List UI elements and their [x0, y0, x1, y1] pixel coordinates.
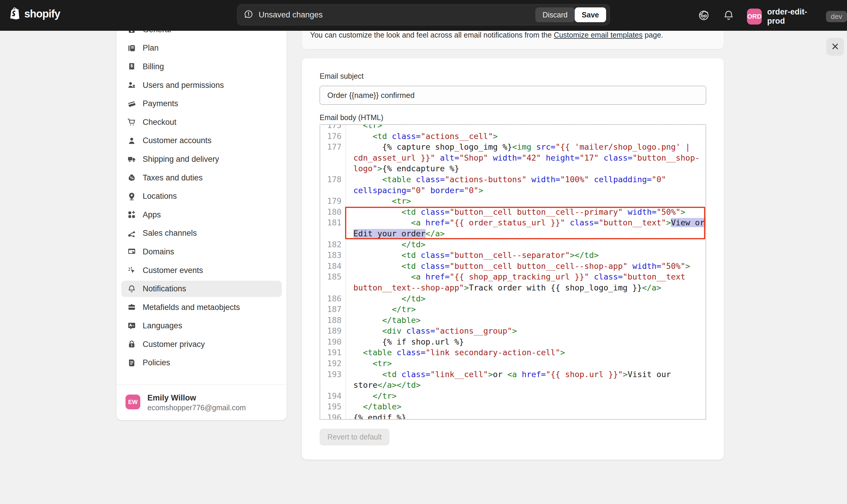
- line-number: 183: [320, 250, 341, 261]
- code-text: <table class="link secondary-action-cell…: [341, 347, 565, 358]
- sidebar-item-label: Payments: [143, 99, 178, 108]
- code-text: </tr>: [341, 391, 396, 402]
- line-number: [320, 283, 341, 293]
- line-number: [320, 185, 341, 196]
- sidebar-item-checkout[interactable]: Checkout: [117, 113, 286, 132]
- bell-icon: [127, 285, 136, 293]
- line-number: 189: [320, 326, 341, 337]
- email-body-label: Email body (HTML): [320, 113, 383, 122]
- line-number: [320, 228, 341, 239]
- code-line: logo">{% endcapture %}: [320, 163, 706, 174]
- settings-nav-list: GeneralPlan$BillingUsers and permissions…: [117, 20, 286, 372]
- line-number: 180: [320, 207, 341, 218]
- account-email: ecomshopper776@gmail.com: [147, 403, 246, 412]
- sidebar-item-label: Users and permissions: [143, 81, 224, 90]
- line-number: 176: [320, 131, 341, 142]
- notice-text-after: page.: [642, 31, 663, 39]
- account-row[interactable]: EW Emily Willow ecomshopper776@gmail.com: [125, 393, 246, 412]
- sidebar-item-customer-events[interactable]: Customer events: [117, 261, 286, 280]
- sidebar-item-notifications[interactable]: Notifications: [117, 280, 286, 298]
- sidebar-item-billing[interactable]: $Billing: [117, 57, 286, 76]
- lock-icon: [127, 340, 136, 349]
- svg-text:%: %: [130, 176, 134, 180]
- code-text: </td>: [341, 293, 426, 304]
- avatar: EW: [125, 395, 140, 409]
- sidebar-item-label: Plan: [143, 43, 159, 53]
- code-text: <table class="actions-buttons" width="10…: [341, 174, 666, 185]
- email-subject-input[interactable]: [320, 86, 706, 105]
- line-number: 186: [320, 293, 341, 304]
- sidebar-item-domains[interactable]: Domains: [117, 242, 286, 261]
- discard-button[interactable]: Discard: [535, 7, 575, 22]
- sidebar-item-locations[interactable]: Locations: [117, 187, 286, 205]
- code-line: 181 <a href="{{ order_status_url }}" cla…: [320, 217, 706, 228]
- shopify-wordmark: shopify: [24, 8, 60, 20]
- code-text: <td class="button__cell button__cell--sh…: [341, 261, 690, 272]
- line-number: 188: [320, 315, 341, 326]
- code-text: <tr>: [341, 124, 382, 131]
- code-line: store</a></td>: [320, 380, 706, 391]
- sidebar-item-users-and-permissions[interactable]: Users and permissions: [117, 76, 286, 95]
- line-number: 195: [320, 401, 341, 412]
- close-button[interactable]: [826, 38, 844, 56]
- plan-icon: [127, 44, 136, 53]
- notice-text-before: You can customize the look and feel acro…: [310, 31, 554, 39]
- checkout-icon: [127, 118, 136, 127]
- code-text: </td>: [341, 239, 426, 250]
- sidebar-item-label: Customer events: [143, 266, 203, 275]
- notifications-bell-icon[interactable]: [723, 10, 735, 21]
- code-line: 193 <td class="link__cell">or <a href="{…: [320, 369, 706, 380]
- shopify-logo[interactable]: shopify: [9, 6, 60, 21]
- line-number: [320, 380, 341, 391]
- sidebar-item-sales-channels[interactable]: Sales channels: [117, 224, 286, 243]
- sidebar-item-shipping-and-delivery[interactable]: Shipping and delivery: [117, 150, 286, 168]
- sidekick-icon[interactable]: [698, 10, 710, 21]
- sales-channels-icon: [127, 229, 136, 238]
- line-number: 193: [320, 369, 341, 380]
- code-text: <td class="link__cell">or <a href="{{ sh…: [341, 369, 671, 380]
- sidebar-item-policies[interactable]: Policies: [117, 354, 286, 372]
- sidebar-item-languages[interactable]: A*Languages: [117, 317, 286, 336]
- code-text: Edit your order</a>: [341, 228, 445, 239]
- sidebar-item-customer-accounts[interactable]: Customer accounts: [117, 132, 286, 150]
- code-text: store</a></td>: [341, 380, 421, 391]
- email-body-editor[interactable]: 175 <tr>176 <td class="actions__cell">17…: [320, 124, 706, 420]
- code-text: </table>: [341, 315, 421, 326]
- customize-email-templates-link[interactable]: Customize email templates: [554, 31, 642, 39]
- line-number: 192: [320, 358, 341, 369]
- code-text: {% endif %}: [341, 412, 406, 420]
- sidebar-item-customer-privacy[interactable]: Customer privacy: [117, 335, 286, 354]
- sidebar-item-label: Customer accounts: [143, 136, 212, 145]
- code-line: button__text--shop-app">Track order with…: [320, 283, 706, 293]
- save-button[interactable]: Save: [575, 7, 606, 22]
- store-logo-badge: ORD: [747, 8, 762, 24]
- line-number: 181: [320, 217, 341, 228]
- sidebar-item-apps[interactable]: Apps: [117, 205, 286, 224]
- code-text: <td class="actions__cell">: [341, 131, 498, 142]
- line-number: 194: [320, 391, 341, 402]
- line-number: 190: [320, 337, 341, 347]
- code-text: </table>: [341, 401, 402, 412]
- line-number: 187: [320, 304, 341, 315]
- code-text: </tr>: [341, 304, 416, 315]
- sidebar-item-label: Domains: [143, 247, 174, 256]
- apps-icon: [127, 210, 136, 219]
- code-text: <a href="{{ shop_app_tracking_url }}" cl…: [341, 271, 685, 283]
- billing-icon: $: [127, 62, 136, 71]
- line-number: [320, 152, 341, 164]
- store-menu[interactable]: ORD order-edit-prod dev: [747, 7, 847, 26]
- code-line: 179 <tr>: [320, 196, 706, 207]
- svg-text:A: A: [129, 323, 132, 327]
- sidebar-item-taxes-and-duties[interactable]: %Taxes and duties: [117, 168, 286, 187]
- shopify-bag-icon: [9, 6, 21, 21]
- metafields-icon: [127, 303, 136, 312]
- sidebar-item-metafields-and-metaobjects[interactable]: Metafields and metaobjects: [117, 298, 286, 317]
- sidebar-item-plan[interactable]: Plan: [117, 39, 286, 58]
- code-line: 182 </td>: [320, 239, 706, 250]
- revert-to-default-button[interactable]: Revert to default: [320, 429, 389, 446]
- code-content: 175 <tr>176 <td class="actions__cell">17…: [320, 124, 706, 420]
- sidebar-item-label: Metafields and metaobjects: [143, 303, 240, 312]
- sidebar-item-payments[interactable]: Payments: [117, 94, 286, 113]
- code-text: button__text--shop-app">Track order with…: [341, 283, 661, 293]
- notification-template-card: Email subject Email body (HTML) 175 <tr>…: [302, 58, 724, 460]
